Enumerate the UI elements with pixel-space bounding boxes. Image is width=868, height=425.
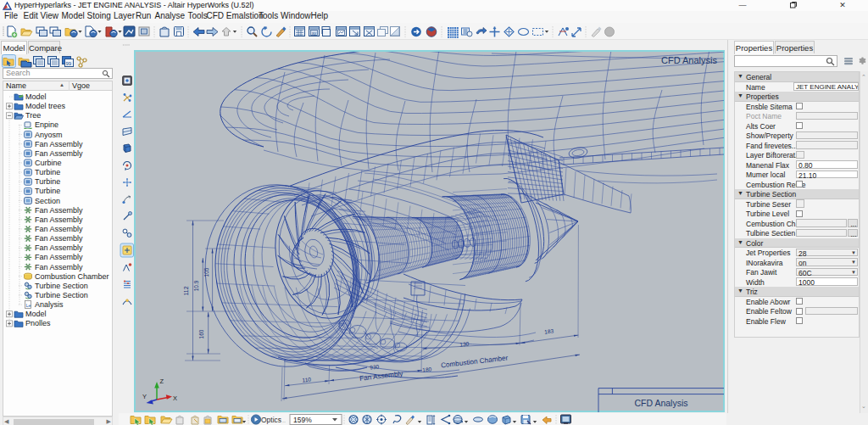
svg-text:Turbine: Turbine bbox=[35, 187, 60, 195]
svg-text:Enpine: Enpine bbox=[35, 120, 58, 129]
svg-text:CFD Analysis: CFD Analysis bbox=[634, 398, 687, 408]
svg-text:930: 930 bbox=[370, 363, 380, 370]
svg-text:Turbine Section: Turbine Section bbox=[35, 291, 88, 299]
svg-text:CFD Analysis: CFD Analysis bbox=[661, 55, 718, 65]
svg-text:180: 180 bbox=[422, 366, 432, 372]
svg-text:Turbine Section: Turbine Section bbox=[35, 282, 88, 290]
svg-text:Fan Assembly: Fan Assembly bbox=[35, 253, 83, 261]
svg-text:Combustion Chamber: Combustion Chamber bbox=[441, 355, 509, 370]
svg-text:159%: 159% bbox=[293, 416, 312, 424]
svg-text:Fan Assembly: Fan Assembly bbox=[35, 140, 83, 148]
svg-text:Fan Assembly: Fan Assembly bbox=[35, 215, 83, 224]
svg-text:Turbine: Turbine bbox=[35, 177, 60, 186]
svg-text:Fan Assembly: Fan Assembly bbox=[35, 206, 83, 215]
svg-text:Le: Le bbox=[26, 303, 31, 308]
svg-text:10.9: 10.9 bbox=[193, 280, 199, 291]
svg-text:..: .. bbox=[282, 417, 286, 423]
svg-text:Curbine: Curbine bbox=[35, 159, 62, 167]
svg-text:Fan Assembly: Fan Assembly bbox=[35, 243, 83, 252]
svg-text:Model: Model bbox=[25, 92, 47, 101]
svg-text:Section: Section bbox=[35, 197, 60, 205]
svg-text:112: 112 bbox=[183, 286, 189, 295]
svg-text:Combustion Chamber: Combustion Chamber bbox=[35, 272, 109, 281]
svg-text:99: 99 bbox=[66, 61, 72, 66]
svg-text:105: 105 bbox=[203, 267, 209, 277]
svg-text:xy: xy bbox=[312, 31, 317, 36]
svg-text:Model trees: Model trees bbox=[25, 102, 66, 110]
svg-text:Turbine: Turbine bbox=[35, 168, 60, 176]
svg-text:Fan Assembly: Fan Assembly bbox=[35, 263, 83, 271]
svg-text:Anyosm: Anyosm bbox=[35, 131, 63, 139]
svg-text:Fan Assembly: Fan Assembly bbox=[35, 234, 83, 243]
svg-text:Tree: Tree bbox=[25, 111, 41, 120]
svg-text:Z: Z bbox=[160, 377, 164, 385]
svg-text:X: X bbox=[173, 394, 177, 402]
svg-text:160: 160 bbox=[198, 329, 204, 338]
svg-text:Model: Model bbox=[25, 310, 47, 318]
svg-text:Fan Assembly: Fan Assembly bbox=[35, 149, 83, 158]
svg-text:Analysis: Analysis bbox=[35, 300, 64, 309]
svg-text:Fan Assembly: Fan Assembly bbox=[359, 370, 404, 383]
svg-text:Pnolles: Pnolles bbox=[25, 319, 51, 327]
svg-text:Y: Y bbox=[142, 393, 147, 400]
svg-text:Optics: Optics bbox=[261, 416, 281, 424]
svg-text:130: 130 bbox=[459, 341, 470, 348]
svg-text:110: 110 bbox=[302, 376, 311, 383]
svg-text:Fan Assembly: Fan Assembly bbox=[35, 225, 83, 233]
svg-text:183: 183 bbox=[544, 327, 554, 334]
